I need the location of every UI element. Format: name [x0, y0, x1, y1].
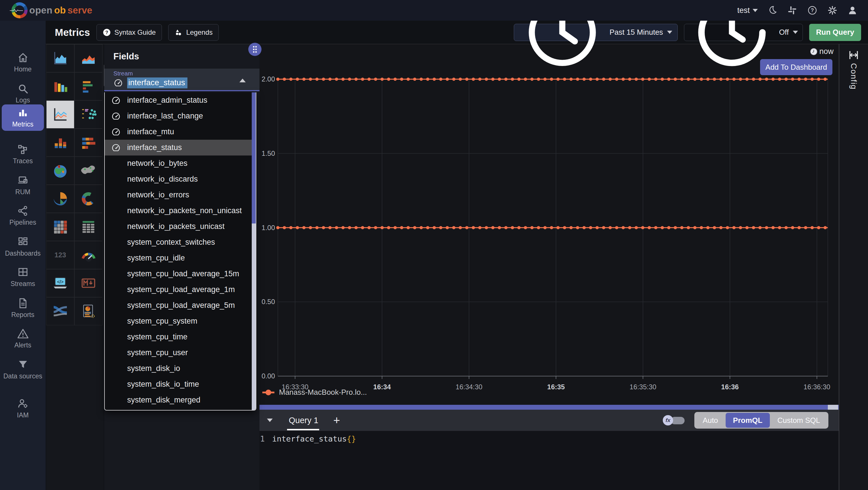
sidebar-item-reports[interactable]: Reports — [2, 295, 44, 321]
legend-label: Manass-MacBook-Pro.lo... — [279, 388, 367, 397]
time-range-dropdown[interactable]: Past 15 Minutes — [514, 24, 677, 41]
legends-button[interactable]: Legends — [168, 24, 219, 41]
svg-text:16:34: 16:34 — [373, 383, 391, 391]
query-collapse-icon[interactable] — [267, 419, 273, 422]
run-query-button[interactable]: Run Query — [809, 24, 861, 41]
line-chart[interactable]: 2.001.501.000.500.0016:33:3016:3416:34:3… — [259, 44, 839, 405]
sidebar-item-metrics[interactable]: Metrics — [2, 104, 44, 131]
chart-type-table[interactable] — [74, 213, 102, 241]
chart-legend[interactable]: Manass-MacBook-Pro.lo... — [262, 388, 367, 397]
field-option-system_cpu_load_average_5m[interactable]: system_cpu_load_average_5m — [105, 297, 256, 313]
mode-custom-sql[interactable]: Custom SQL — [770, 413, 828, 428]
field-option-system_cpu_time[interactable]: system_cpu_time — [105, 329, 256, 345]
legend-marker-icon — [262, 389, 275, 396]
chart-type-area[interactable] — [46, 44, 74, 72]
sidebar-item-data-sources[interactable]: Data sources — [2, 356, 44, 383]
chart-type-stacked-bar[interactable] — [46, 129, 74, 157]
mode-auto[interactable]: Auto — [695, 413, 725, 428]
gear-icon[interactable] — [827, 5, 838, 16]
field-option-label: network_io_packets_non_unicast — [127, 206, 242, 215]
field-option-system_cpu_user[interactable]: system_cpu_user — [105, 345, 256, 361]
field-option-system_disk_io_time[interactable]: system_disk_io_time — [105, 377, 256, 392]
stream-select[interactable]: Stream interface_status — [104, 69, 259, 91]
logo-text-observe-b: serve — [67, 5, 92, 16]
sidebar-item-pipelines[interactable]: Pipelines — [2, 202, 44, 229]
sidebar-item-logs[interactable]: Logs — [2, 80, 44, 107]
collapse-arrow-icon[interactable] — [239, 78, 246, 82]
field-option-system_context_switches[interactable]: system_context_switches — [105, 234, 256, 250]
chart-type-donut[interactable] — [74, 185, 102, 213]
sidebar-item-streams[interactable]: Streams — [2, 264, 44, 290]
field-option-label: interface_status — [127, 143, 182, 152]
chart-type-bar[interactable] — [46, 72, 74, 100]
user-icon[interactable] — [847, 5, 858, 16]
chart-type-sankey[interactable] — [46, 297, 74, 325]
sidebar-item-traces[interactable]: Traces — [2, 141, 44, 167]
editor-line[interactable]: 1 interface_status{} — [259, 431, 839, 443]
chart-type-selector: 123</> — [46, 44, 104, 490]
field-option-network_io_packets_unicast[interactable]: network_io_packets_unicast — [105, 219, 256, 234]
field-option-interface_last_change[interactable]: interface_last_change — [105, 108, 256, 124]
auto-refresh-dropdown[interactable]: Off — [684, 24, 803, 41]
field-option-interface_mtu[interactable]: interface_mtu — [105, 124, 256, 140]
syntax-guide-button[interactable]: ? Syntax Guide — [96, 24, 162, 41]
chart-type-custom-chart[interactable] — [74, 297, 102, 325]
gauge-icon — [111, 143, 121, 153]
chart-type-area-stacked[interactable] — [74, 44, 102, 72]
refresh-label: Off — [779, 28, 789, 37]
code-braces: {} — [347, 434, 356, 443]
legends-label: Legends — [186, 28, 213, 36]
sidebar-item-dashboards[interactable]: Dashboards — [2, 233, 44, 260]
sidebar-item-rum[interactable]: RUM — [2, 172, 44, 198]
sidebar-item-home[interactable]: Home — [2, 50, 44, 76]
chart-type-markdown[interactable] — [74, 269, 102, 297]
field-option-interface_admin_status[interactable]: interface_admin_status — [105, 92, 256, 108]
fx-icon[interactable]: fx — [663, 415, 673, 425]
chart-type-html[interactable]: </> — [46, 269, 74, 297]
config-toggle[interactable]: Config — [839, 50, 868, 90]
chart-type-gauge[interactable] — [74, 241, 102, 269]
panel-splitter[interactable] — [259, 405, 839, 410]
slack-icon[interactable] — [786, 5, 798, 16]
popup-scrollbar[interactable] — [252, 92, 256, 410]
add-query-button[interactable]: + — [333, 415, 340, 426]
stacked-bar-chart-icon — [52, 134, 69, 151]
chart-type-pie[interactable] — [46, 185, 74, 213]
field-option-system_disk_merged[interactable]: system_disk_merged — [105, 392, 256, 408]
field-option-network_io_bytes[interactable]: network_io_bytes — [105, 156, 256, 171]
svg-text:1.50: 1.50 — [261, 150, 275, 157]
help-icon[interactable]: ? — [807, 5, 818, 16]
field-option-interface_status[interactable]: interface_status — [105, 140, 256, 156]
field-option-network_io_errors[interactable]: network_io_errors — [105, 187, 256, 203]
field-option-network_io_discards[interactable]: network_io_discards — [105, 171, 256, 187]
chart-type-grid: 123</> — [46, 44, 104, 325]
query-tab[interactable]: Query 1 — [289, 410, 318, 431]
promql-editor[interactable]: 1 interface_status{} — [259, 431, 839, 490]
org-selector[interactable]: test — [737, 6, 758, 15]
panel-drag-handle-icon[interactable] — [248, 43, 261, 56]
field-option-system_disk_io[interactable]: system_disk_io — [105, 361, 256, 377]
chart-type-h-bar[interactable] — [74, 72, 102, 100]
chart-type-h-stacked-bar[interactable] — [74, 129, 102, 157]
field-option-system_cpu_load_average_1m[interactable]: system_cpu_load_average_1m — [105, 282, 256, 297]
popup-scroll-thumb[interactable] — [252, 92, 256, 224]
chart-type-maps[interactable] — [74, 157, 102, 185]
sidebar-item-iam[interactable]: IAM — [2, 395, 44, 422]
field-option-network_io_packets_non_unicast[interactable]: network_io_packets_non_unicast — [105, 203, 256, 219]
fx-toggle[interactable]: fx — [663, 415, 685, 426]
field-option-system_cpu_idle[interactable]: system_cpu_idle — [105, 250, 256, 266]
sidebar-item-label: Metrics — [12, 121, 33, 129]
fields-title: Fields — [113, 51, 139, 62]
field-option-system_cpu_system[interactable]: system_cpu_system — [105, 313, 256, 329]
moon-icon[interactable] — [766, 5, 778, 16]
chart-type-scatter[interactable] — [74, 100, 102, 129]
sidebar-item-alerts[interactable]: Alerts — [2, 325, 44, 352]
chart-type-metric-text[interactable]: 123 — [46, 241, 74, 269]
mode-promql[interactable]: PromQL — [725, 413, 770, 428]
field-option-label: network_io_packets_unicast — [127, 222, 224, 231]
chart-type-heatmap[interactable] — [46, 213, 74, 241]
chart-type-line-selected[interactable] — [46, 100, 74, 129]
logo-text-open: open — [29, 5, 53, 16]
field-option-system_cpu_load_average_15m[interactable]: system_cpu_load_average_15m — [105, 266, 256, 282]
chart-type-geomap[interactable] — [46, 157, 74, 185]
